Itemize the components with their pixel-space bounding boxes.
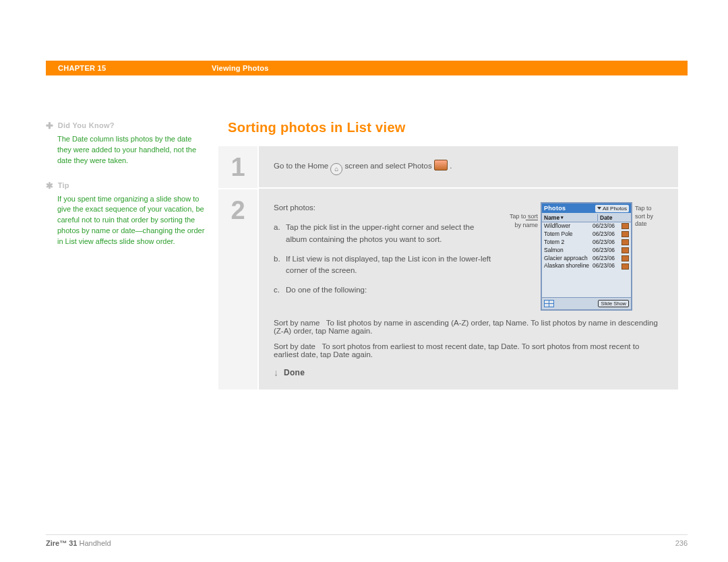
plus-icon: ✚ [46,120,53,133]
list-item[interactable]: Wildflower06/23/06 [542,222,631,230]
did-you-know-title: Did You Know? [58,121,115,129]
callout-right-l2: sort by [635,213,653,220]
list-item[interactable]: Salmon06/23/06 [542,247,631,255]
callout-right-l1: Tap to [635,205,652,212]
did-you-know-body: The Date column lists photos by the date… [57,134,205,166]
list-item[interactable]: Totem Pole06/23/06 [542,230,631,239]
step1-end: . [450,162,452,170]
sort-by-name-text: To list photos by name in ascending (A-Z… [274,319,658,335]
sort-by-date-label: Sort by date [274,342,315,350]
done-indicator: ↓ Done [274,367,663,377]
step-2-content: Sort photos: a. Tap the pick list in the… [259,189,678,389]
list-item[interactable]: Glacier approach06/23/06 [542,255,631,263]
tip-body: If you spent time organizing a slide sho… [57,194,205,248]
album-picklist[interactable]: All Photos [595,205,629,212]
asterisk-icon: ✱ [46,180,53,193]
step2-c-label: c. [274,284,286,296]
steps-box: 1 2 Go to the Home ⌂ screen and select P… [218,146,678,389]
did-you-know-callout: ✚ Did You Know? The Date column lists ph… [46,120,205,166]
step2-a-label: a. [274,222,286,245]
thumb-icon [621,255,629,261]
column-header-date[interactable]: Date [597,214,631,221]
photo-list: Wildflower06/23/06 Totem Pole06/23/06 To… [542,222,631,270]
section-label: Viewing Photos [212,64,269,72]
step-number-1: 1 [218,146,257,189]
step1-mid: screen and select Photos [345,162,434,170]
chevron-down-icon [597,207,601,210]
step1-pre: Go to the Home [274,162,330,170]
thumb-icon [621,231,629,237]
page-footer: Zire™ 31 Handheld 236 [46,534,688,547]
step-number-2: 2 [218,189,257,231]
sort-arrow-icon: ▾ [561,215,564,220]
list-item[interactable]: Totem 206/23/06 [542,239,631,247]
tip-callout: ✱ Tip If you spent time organizing a sli… [46,180,205,248]
thumb-icon [621,239,629,245]
thumb-icon [621,223,629,229]
thumb-icon [621,263,629,270]
step2-b-label: b. [274,253,286,277]
home-icon: ⌂ [330,163,342,175]
header-bar: CHAPTER 15 Viewing Photos [46,61,688,75]
screen-titlebar: Photos All Photos [542,204,631,213]
page-title: Sorting photos in List view [228,120,688,135]
step2-intro: Sort photos: [274,202,493,214]
screen-app-title: Photos [544,205,566,212]
product-name: Zire™ 31 Handheld [46,539,111,547]
slide-show-button[interactable]: Slide Show [598,300,629,307]
sidebar: ✚ Did You Know? The Date column lists ph… [46,120,218,389]
step-1-content: Go to the Home ⌂ screen and select Photo… [259,146,678,189]
photos-app-icon [434,160,448,170]
sort-by-date-text: To sort photos from earliest to most rec… [274,342,639,358]
sort-by-name-label: Sort by name [274,319,320,327]
down-arrow-icon: ↓ [274,367,278,378]
callout-left-l2: by name [514,222,538,228]
list-view-icon[interactable] [544,300,554,307]
album-picklist-label: All Photos [603,206,627,212]
column-header-name[interactable]: Name ▾ [542,214,597,221]
step2-a-text: Tap the pick list in the upper-right cor… [286,222,493,245]
done-label: Done [284,368,305,377]
page-number: 236 [675,539,688,547]
chapter-label: CHAPTER 15 [58,64,212,72]
callout-left-l1: Tap to sort [510,213,538,220]
list-item[interactable]: Alaskan shoreline06/23/06 [542,262,631,270]
thumb-icon [621,247,629,253]
callout-right-l3: date [635,220,647,227]
device-screen: Photos All Photos [541,202,632,311]
step2-c-text: Do one of the following: [286,284,493,296]
step2-b-text: If List view is not displayed, tap the L… [286,253,493,277]
device-preview: Tap to sort by name Photos [506,202,663,311]
tip-title: Tip [58,181,69,189]
